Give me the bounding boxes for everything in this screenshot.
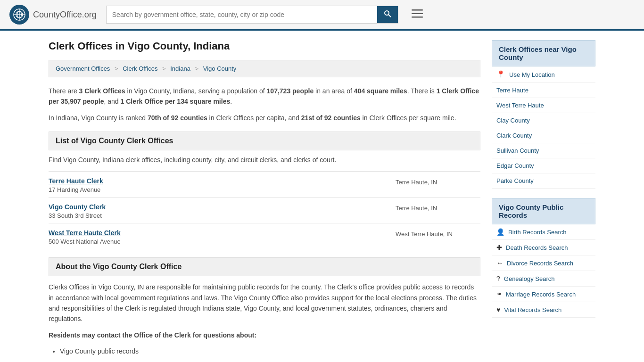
- divorce-records-link[interactable]: Divorce Records Search: [507, 260, 573, 267]
- sidebar-item-marriage-records[interactable]: ⚭ Marriage Records Search: [492, 287, 595, 302]
- nearby-link-3[interactable]: Clark County: [496, 132, 532, 139]
- population: 107,723 people: [267, 87, 314, 95]
- sidebar: Clerk Offices near Vigo County 📍 Use My …: [492, 40, 595, 357]
- rank-sqmi: 21st of 92 counties: [301, 114, 361, 122]
- contact-bullets: Vigo County public records: [49, 346, 480, 357]
- office-address-3: 500 West National Avenue: [49, 238, 121, 245]
- nearby-header: Clerk Offices near Vigo County: [492, 40, 595, 66]
- summary-paragraph-2: In Indiana, Vigo County is ranked 70th o…: [49, 113, 480, 123]
- sidebar-item-clark-county[interactable]: Clark County: [492, 128, 595, 143]
- breadcrumb: Government Offices > Clerk Offices > Ind…: [49, 60, 480, 77]
- search-input[interactable]: [107, 6, 377, 23]
- sidebar-item-parke-county[interactable]: Parke County: [492, 173, 595, 189]
- sidebar-item-sullivan-county[interactable]: Sullivan County: [492, 143, 595, 158]
- office-city-1: Terre Haute, IN: [396, 179, 480, 186]
- sidebar-item-death-records[interactable]: ✚ Death Records Search: [492, 240, 595, 255]
- office-name-2[interactable]: Vigo County Clerk: [49, 203, 106, 211]
- office-address-2: 33 South 3rd Street: [49, 212, 106, 219]
- nearby-link-4[interactable]: Sullivan County: [496, 147, 539, 154]
- use-location-link[interactable]: Use My Location: [509, 71, 555, 78]
- death-records-link[interactable]: Death Records Search: [506, 244, 568, 251]
- list-section-header: List of Vigo County Clerk Offices: [49, 132, 480, 150]
- office-entry-2: Vigo County Clerk 33 South 3rd Street Te…: [49, 197, 480, 223]
- breadcrumb-link-indiana[interactable]: Indiana: [170, 65, 190, 72]
- breadcrumb-link-gov[interactable]: Government Offices: [56, 65, 110, 72]
- breadcrumb-link-vigo[interactable]: Vigo County: [203, 65, 237, 72]
- breadcrumb-link-clerk[interactable]: Clerk Offices: [123, 65, 157, 72]
- svg-line-6: [388, 15, 391, 17]
- genealogy-icon: ?: [496, 275, 500, 282]
- office-city-2: Terre Haute, IN: [396, 205, 480, 212]
- page-container: Clerk Offices in Vigo County, Indiana Go…: [39, 31, 605, 362]
- search-button[interactable]: [377, 6, 398, 23]
- svg-rect-8: [412, 13, 423, 15]
- sidebar-item-clay-county[interactable]: Clay County: [492, 113, 595, 128]
- rank-capita: 70th of 92 counties: [148, 114, 207, 122]
- nearby-link-5[interactable]: Edgar County: [496, 162, 534, 169]
- svg-rect-9: [412, 16, 423, 18]
- nearby-link-1[interactable]: West Terre Haute: [496, 102, 544, 109]
- sidebar-item-terre-haute[interactable]: Terre Haute: [492, 83, 595, 98]
- location-icon: 📍: [496, 70, 505, 79]
- office-city-3: West Terre Haute, IN: [396, 230, 480, 238]
- logo-text: CountyOffice.org: [33, 10, 97, 20]
- page-title: Clerk Offices in Vigo County, Indiana: [49, 40, 480, 52]
- sidebar-item-genealogy[interactable]: ? Genealogy Search: [492, 271, 595, 287]
- nearby-link-6[interactable]: Parke County: [496, 177, 534, 184]
- main-content: Clerk Offices in Vigo County, Indiana Go…: [49, 40, 480, 357]
- birth-records-icon: 👤: [496, 228, 504, 236]
- contact-header: Residents may contact the Office of the …: [49, 330, 480, 340]
- genealogy-link[interactable]: Genealogy Search: [504, 275, 555, 282]
- svg-point-5: [385, 11, 389, 15]
- area: 404 square miles: [354, 87, 407, 95]
- records-header: Vigo County Public Records: [492, 198, 595, 224]
- vital-records-icon: ♥: [496, 306, 500, 313]
- marriage-records-link[interactable]: Marriage Records Search: [506, 291, 576, 298]
- office-entry-1: Terre Haute Clerk 17 Harding Avenue Terr…: [49, 171, 480, 197]
- nearby-link-0[interactable]: Terre Haute: [496, 87, 528, 94]
- office-address-1: 17 Harding Avenue: [49, 186, 103, 193]
- sidebar-item-divorce-records[interactable]: ↔ Divorce Records Search: [492, 255, 595, 271]
- clerk-count: 3 Clerk Offices: [79, 87, 125, 95]
- marriage-records-icon: ⚭: [496, 290, 502, 298]
- logo-icon: [9, 5, 29, 25]
- svg-rect-7: [412, 9, 423, 11]
- office-entry-3: West Terre Haute Clerk 500 West National…: [49, 223, 480, 249]
- death-records-icon: ✚: [496, 244, 502, 251]
- birth-records-link[interactable]: Birth Records Search: [508, 229, 567, 236]
- use-my-location[interactable]: 📍 Use My Location: [492, 66, 595, 83]
- nearby-link-2[interactable]: Clay County: [496, 117, 530, 124]
- logo[interactable]: CountyOffice.org: [9, 5, 97, 25]
- sidebar-item-birth-records[interactable]: 👤 Birth Records Search: [492, 224, 595, 240]
- sidebar-item-edgar-county[interactable]: Edgar County: [492, 158, 595, 173]
- sidebar-item-west-terre-haute[interactable]: West Terre Haute: [492, 98, 595, 113]
- per-sqmi: 1 Clerk Office per 134 square miles: [121, 98, 231, 105]
- vital-records-link[interactable]: Vital Records Search: [504, 306, 561, 313]
- summary-paragraph-1: There are 3 Clerk Offices in Vigo County…: [49, 86, 480, 107]
- menu-button[interactable]: [408, 7, 427, 23]
- divorce-records-icon: ↔: [496, 259, 503, 267]
- bullet-item-1: Vigo County public records: [60, 346, 480, 357]
- list-intro: Find Vigo County, Indiana clerk offices,…: [49, 156, 480, 164]
- sidebar-item-vital-records[interactable]: ♥ Vital Records Search: [492, 302, 595, 318]
- header: CountyOffice.org: [0, 0, 644, 31]
- office-name-1[interactable]: Terre Haute Clerk: [49, 177, 103, 185]
- nearby-box: Clerk Offices near Vigo County 📍 Use My …: [492, 40, 595, 189]
- search-bar: [106, 6, 398, 24]
- office-name-3[interactable]: West Terre Haute Clerk: [49, 229, 121, 237]
- about-text: Clerks Offices in Vigo County, IN are re…: [49, 282, 480, 324]
- about-section-header: About the Vigo County Clerk Office: [49, 257, 480, 276]
- records-box: Vigo County Public Records 👤 Birth Recor…: [492, 198, 595, 318]
